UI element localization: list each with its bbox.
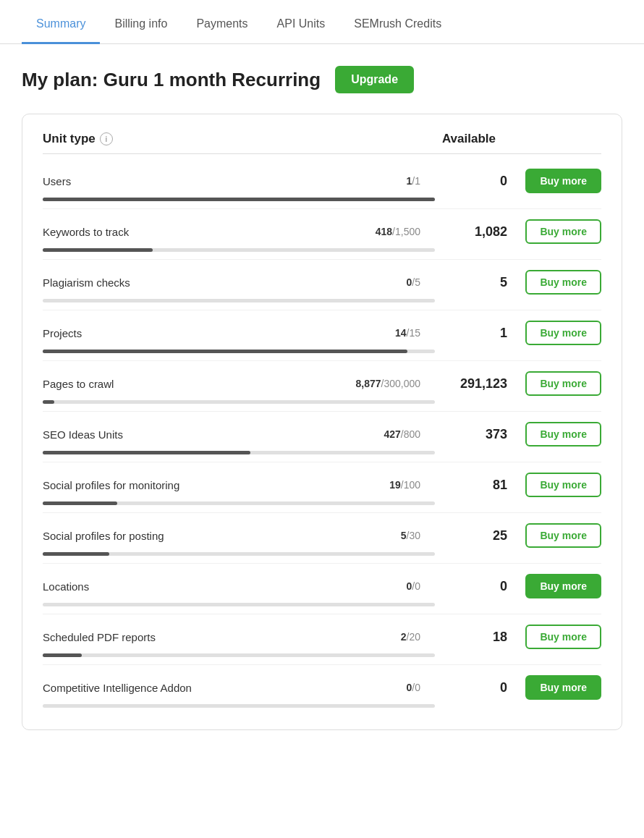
unit-available: 1 [435, 326, 507, 341]
unit-total: /15 [407, 327, 420, 339]
unit-available: 0 [435, 680, 507, 695]
upgrade-button[interactable]: Upgrade [335, 66, 414, 93]
progress-bar-fill [43, 653, 82, 657]
unit-row: Pages to crawl8,877/300,000291,123Buy mo… [43, 361, 601, 412]
unit-available: 18 [435, 630, 507, 645]
progress-bar-wrap [43, 653, 435, 657]
unit-name: Scheduled PDF reports [43, 631, 202, 643]
unit-row: Projects14/151Buy more [43, 310, 601, 361]
tab-api-units[interactable]: API Units [263, 6, 340, 44]
unit-available: 25 [435, 528, 507, 543]
unit-total: /100 [401, 479, 420, 491]
page-content: My plan: Guru 1 month Recurring Upgrade … [0, 44, 644, 752]
buy-more-button[interactable]: Buy more [525, 675, 601, 700]
progress-bar-wrap [43, 704, 435, 708]
unit-row: Scheduled PDF reports2/2018Buy more [43, 614, 601, 665]
unit-usage: 418/1,500 [376, 226, 420, 237]
plan-title-row: My plan: Guru 1 month Recurring Upgrade [22, 66, 622, 93]
buy-more-button[interactable]: Buy more [525, 270, 601, 295]
unit-row: Plagiarism checks0/55Buy more [43, 260, 601, 310]
buy-more-button[interactable]: Buy more [525, 473, 601, 497]
unit-usage: 1/1 [407, 175, 420, 187]
buy-more-button[interactable]: Buy more [525, 321, 601, 345]
unit-usage: 0/5 [407, 276, 420, 288]
progress-bar-fill [43, 451, 250, 454]
buy-more-button[interactable]: Buy more [525, 625, 601, 649]
unit-used: 14 [395, 327, 407, 339]
unit-total: /0 [412, 580, 420, 592]
unit-used: 19 [389, 479, 401, 491]
unit-name: Keywords to track [43, 226, 202, 238]
subscription-card: Unit type i Available Users1/10Buy moreK… [22, 114, 622, 730]
unit-usage: 14/15 [395, 327, 420, 339]
progress-bar-wrap [43, 350, 435, 353]
progress-bar-wrap [43, 299, 435, 302]
unit-name: Projects [43, 327, 202, 339]
progress-bar-fill [43, 350, 407, 353]
buy-more-button[interactable]: Buy more [525, 574, 601, 598]
unit-used: 418 [376, 226, 392, 237]
unit-row: Social profiles for posting5/3025Buy mor… [43, 513, 601, 564]
unit-total: /5 [412, 276, 420, 288]
col-unit-type-header: Unit type i [43, 132, 318, 146]
unit-row: Users1/10Buy more [43, 158, 601, 209]
buy-more-button[interactable]: Buy more [525, 523, 601, 548]
progress-bar-fill [43, 198, 435, 201]
progress-bar-fill [43, 248, 153, 252]
unit-used: 427 [384, 428, 400, 440]
unit-usage: 5/30 [401, 530, 420, 541]
unit-usage: 427/800 [384, 428, 420, 440]
unit-available: 81 [435, 478, 507, 493]
progress-bar-wrap [43, 552, 435, 556]
unit-available: 0 [435, 174, 507, 189]
unit-total: /20 [407, 631, 420, 643]
unit-total: /1,500 [392, 226, 420, 237]
unit-row: Social profiles for monitoring19/10081Bu… [43, 462, 601, 513]
unit-type-label: Unit type [43, 132, 96, 146]
unit-total: /300,000 [381, 378, 421, 389]
tab-semrush-credits[interactable]: SEMrush Credits [339, 6, 456, 44]
unit-available: 1,082 [435, 224, 507, 240]
unit-usage: 19/100 [389, 479, 420, 491]
unit-usage: 2/20 [401, 631, 420, 643]
unit-used: 2 [401, 631, 407, 643]
buy-more-button[interactable]: Buy more [525, 422, 601, 446]
progress-bar-wrap [43, 248, 435, 252]
progress-bar-fill [43, 552, 109, 556]
unit-total: /1 [412, 175, 420, 187]
progress-bar-wrap [43, 501, 435, 505]
rows-container: Users1/10Buy moreKeywords to track418/1,… [43, 158, 601, 715]
unit-row: Locations0/00Buy more [43, 564, 601, 614]
unit-total: /30 [407, 530, 420, 541]
unit-total: /800 [401, 428, 420, 440]
unit-name: Social profiles for posting [43, 530, 202, 542]
tab-billing[interactable]: Billing info [100, 6, 182, 44]
tab-payments[interactable]: Payments [182, 6, 262, 44]
unit-name: Competitive Intelligence Addon [43, 682, 202, 694]
buy-more-button[interactable]: Buy more [525, 219, 601, 244]
unit-name: Locations [43, 580, 202, 593]
unit-row: Competitive Intelligence Addon0/00Buy mo… [43, 665, 601, 715]
progress-bar-wrap [43, 451, 435, 454]
buy-more-button[interactable]: Buy more [525, 169, 601, 193]
unit-available: 0 [435, 579, 507, 594]
unit-name: Social profiles for monitoring [43, 479, 202, 491]
unit-usage: 0/0 [407, 580, 420, 592]
progress-bar-wrap [43, 603, 435, 606]
unit-row: SEO Ideas Units427/800373Buy more [43, 412, 601, 462]
unit-available: 5 [435, 275, 507, 290]
unit-row: Keywords to track418/1,5001,082Buy more [43, 209, 601, 260]
info-icon[interactable]: i [100, 132, 113, 145]
unit-name: SEO Ideas Units [43, 428, 202, 441]
progress-bar-fill [43, 501, 117, 505]
unit-name: Plagiarism checks [43, 276, 202, 289]
col-available-header: Available [423, 132, 496, 146]
unit-used: 5 [401, 530, 407, 541]
unit-name: Pages to crawl [43, 378, 202, 390]
unit-used: 8,877 [355, 378, 381, 389]
unit-available: 291,123 [435, 376, 507, 392]
progress-bar-wrap [43, 198, 435, 201]
tab-summary[interactable]: Summary [22, 6, 100, 44]
unit-usage: 0/0 [407, 682, 420, 693]
buy-more-button[interactable]: Buy more [525, 371, 601, 396]
